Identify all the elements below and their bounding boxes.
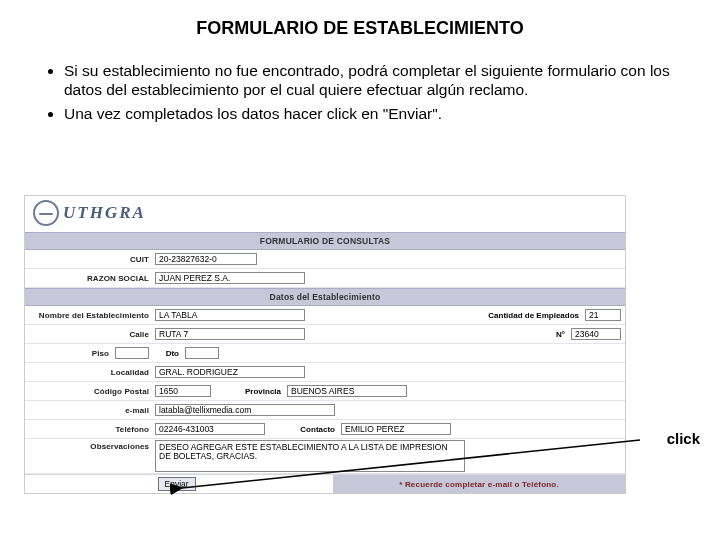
logo-text: UTHGRA — [63, 203, 146, 223]
input-n[interactable] — [571, 328, 621, 340]
label-razon: RAZON SOCIAL — [29, 274, 155, 283]
label-contacto: Contacto — [265, 425, 341, 434]
label-telefono: Teléfono — [29, 425, 155, 434]
label-observ: Observaciones — [29, 440, 155, 451]
input-razon[interactable] — [155, 272, 305, 284]
label-n: N° — [541, 330, 571, 339]
instruction-item: Una vez completados los datos hacer clic… — [64, 104, 696, 123]
instruction-list: Si su establecimiento no fue encontrado,… — [24, 61, 696, 123]
label-cp: Código Postal — [29, 387, 155, 396]
section-header-datos: Datos del Establecimiento — [25, 288, 625, 306]
logo-icon — [33, 200, 59, 226]
input-dto[interactable] — [185, 347, 219, 359]
section-header-consultas: FORMULARIO DE CONSULTAS — [25, 232, 625, 250]
input-cp[interactable] — [155, 385, 211, 397]
input-provincia[interactable] — [287, 385, 407, 397]
enviar-button[interactable]: Enviar — [158, 477, 196, 491]
input-contacto[interactable] — [341, 423, 451, 435]
label-cuit: CUIT — [29, 255, 155, 264]
label-localidad: Localidad — [29, 368, 155, 377]
label-email: e-mail — [29, 406, 155, 415]
label-dto: Dto — [149, 349, 185, 358]
input-localidad[interactable] — [155, 366, 305, 378]
input-cantidad[interactable] — [585, 309, 621, 321]
label-provincia: Provincia — [211, 387, 287, 396]
click-label: click — [667, 430, 700, 447]
footer-note: * Recuerde completar e-mail o Teléfono. — [333, 475, 625, 493]
input-piso[interactable] — [115, 347, 149, 359]
label-calle: Calle — [29, 330, 155, 339]
input-cuit[interactable] — [155, 253, 257, 265]
input-calle[interactable] — [155, 328, 305, 340]
label-cantidad: Cantidad de Empleados — [469, 311, 585, 320]
form-screenshot: UTHGRA FORMULARIO DE CONSULTAS CUIT RAZO… — [24, 195, 626, 494]
page-title: FORMULARIO DE ESTABLECIMIENTO — [24, 18, 696, 39]
label-nombre: Nombre del Establecimiento — [29, 311, 155, 320]
logo: UTHGRA — [25, 196, 625, 232]
input-nombre[interactable] — [155, 309, 305, 321]
label-piso: Piso — [29, 349, 115, 358]
instruction-item: Si su establecimiento no fue encontrado,… — [64, 61, 696, 100]
input-telefono[interactable] — [155, 423, 265, 435]
input-observ[interactable]: DESEO AGREGAR ESTE ESTABLECIMIENTO A LA … — [155, 440, 465, 472]
input-email[interactable] — [155, 404, 335, 416]
